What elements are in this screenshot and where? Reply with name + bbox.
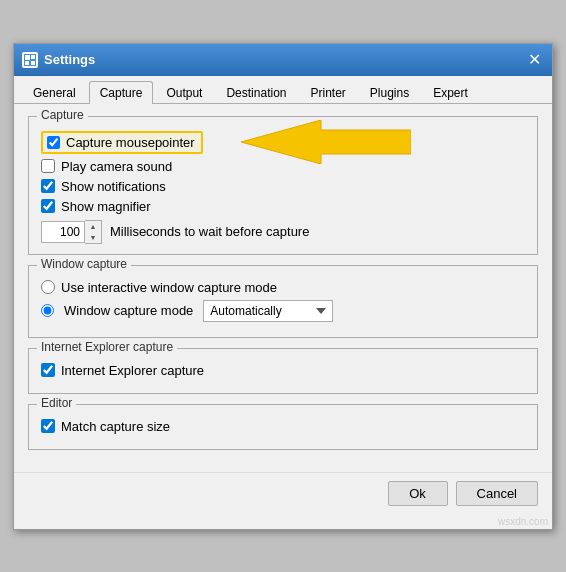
capture-mousepointer-row: Capture mousepointer [41,131,525,154]
capture-mode-dropdown[interactable]: Automatically Manual Fixed region [203,300,333,322]
milliseconds-input[interactable]: 100 [41,221,85,243]
capture-group-label: Capture [37,108,88,122]
footer: Ok Cancel [14,472,552,516]
tab-general[interactable]: General [22,81,87,104]
capture-mousepointer-highlight: Capture mousepointer [41,131,203,154]
content-area: Capture Capture mousepointer Pla [14,104,552,472]
window-capture-group-label: Window capture [37,257,131,271]
tab-expert[interactable]: Expert [422,81,479,104]
show-notifications-checkbox[interactable] [41,179,55,193]
svg-marker-5 [241,120,411,164]
window-capture-mode-label: Window capture mode [64,303,193,318]
window-capture-mode-row: Window capture mode Automatically Manual… [41,300,525,322]
settings-window: Settings ✕ General Capture Output Destin… [13,43,553,530]
ie-capture-checkbox[interactable] [41,363,55,377]
ie-capture-row: Internet Explorer capture [41,363,525,378]
tab-plugins[interactable]: Plugins [359,81,420,104]
close-button[interactable]: ✕ [524,50,544,70]
match-capture-size-checkbox[interactable] [41,419,55,433]
spin-up-button[interactable]: ▲ [85,221,101,232]
title-bar-left: Settings [22,52,95,68]
arrow-svg [241,120,411,164]
editor-group-label: Editor [37,396,76,410]
spin-buttons: ▲ ▼ [85,220,102,244]
play-camera-sound-checkbox[interactable] [41,159,55,173]
window-capture-group: Window capture Use interactive window ca… [28,265,538,338]
capture-group: Capture Capture mousepointer Pla [28,116,538,255]
svg-rect-3 [25,61,29,65]
show-magnifier-checkbox[interactable] [41,199,55,213]
window-capture-mode-radio[interactable] [41,304,54,317]
milliseconds-spinner: 100 ▲ ▼ [41,220,102,244]
tab-destination[interactable]: Destination [215,81,297,104]
interactive-mode-radio[interactable] [41,280,55,294]
milliseconds-label: Milliseconds to wait before capture [110,224,309,239]
match-capture-size-row: Match capture size [41,419,525,434]
cancel-button[interactable]: Cancel [456,481,538,506]
match-capture-size-label: Match capture size [61,419,170,434]
show-magnifier-label: Show magnifier [61,199,151,214]
svg-rect-4 [31,61,35,65]
yellow-arrow [241,120,411,164]
title-bar: Settings ✕ [14,44,552,76]
interactive-mode-label: Use interactive window capture mode [61,280,277,295]
ie-capture-group-label: Internet Explorer capture [37,340,177,354]
tab-output[interactable]: Output [155,81,213,104]
svg-rect-2 [31,55,35,59]
watermark: wsxdn.com [14,516,552,529]
play-camera-sound-row: Play camera sound [41,159,525,174]
show-magnifier-row: Show magnifier [41,199,525,214]
window-title: Settings [44,52,95,67]
editor-group: Editor Match capture size [28,404,538,450]
show-notifications-label: Show notifications [61,179,166,194]
ie-capture-label: Internet Explorer capture [61,363,204,378]
tabs-bar: General Capture Output Destination Print… [14,76,552,104]
ie-capture-group: Internet Explorer capture Internet Explo… [28,348,538,394]
play-camera-sound-label: Play camera sound [61,159,172,174]
interactive-mode-row: Use interactive window capture mode [41,280,525,295]
tab-capture[interactable]: Capture [89,81,154,104]
milliseconds-row: 100 ▲ ▼ Milliseconds to wait before capt… [41,220,525,244]
capture-mousepointer-label: Capture mousepointer [66,135,195,150]
show-notifications-row: Show notifications [41,179,525,194]
spin-down-button[interactable]: ▼ [85,232,101,243]
ok-button[interactable]: Ok [388,481,448,506]
svg-rect-1 [25,55,30,60]
tab-printer[interactable]: Printer [299,81,356,104]
capture-mousepointer-checkbox[interactable] [47,136,60,149]
window-icon [22,52,38,68]
